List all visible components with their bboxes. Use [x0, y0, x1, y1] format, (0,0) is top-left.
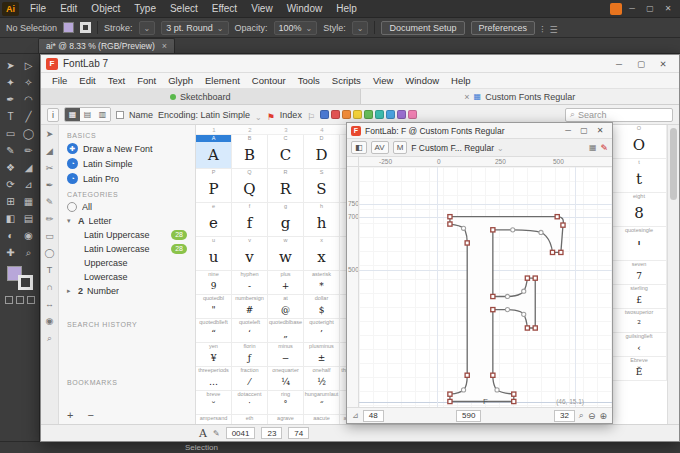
curve-handle[interactable] — [495, 388, 499, 392]
glyph-cell-f[interactable]: ff — [232, 203, 268, 237]
tab-custom-fonts-regular[interactable]: × ▦ Custom Fonts Regular — [360, 89, 680, 104]
glyph-cell-hyphen[interactable]: hyphen- — [232, 271, 268, 295]
ai-menu-help[interactable]: Help — [329, 3, 364, 14]
fontlab-titlebar[interactable]: F FontLab 7 ─ ▢ ✕ — [41, 55, 679, 73]
ellipse-tool[interactable]: ◯ — [44, 247, 54, 260]
font-layer-select[interactable]: F Custom F... Regular — [411, 143, 503, 153]
index-field[interactable]: 23 — [261, 427, 282, 439]
glyph-cell-h[interactable]: hh — [304, 203, 340, 237]
curve-handle[interactable] — [505, 294, 509, 298]
contour-node[interactable] — [465, 241, 469, 245]
lsb-field[interactable]: 48 — [363, 410, 384, 422]
gradient-tool[interactable]: ◐ — [2, 227, 20, 244]
ai-menu-edit[interactable]: Edit — [53, 3, 84, 14]
fontlab-window[interactable]: F FontLab 7 ─ ▢ ✕ FileEditTextFontGlyphE… — [40, 54, 680, 442]
panel-toggle-icon[interactable]: ◧ — [351, 141, 367, 154]
ellipse-tool[interactable]: ◯ — [20, 125, 38, 142]
glyph-cell-ring[interactable]: ring˚ — [268, 391, 304, 415]
zoom-out-icon[interactable] — [588, 411, 596, 421]
vertical-scrollbar[interactable] — [667, 125, 679, 424]
contour-node[interactable] — [491, 228, 495, 232]
glyph-cell-a[interactable]: AA — [196, 135, 232, 169]
tab-sketchboard[interactable]: Sketchboard — [41, 89, 360, 104]
glyph-cell-e[interactable]: ee — [196, 203, 232, 237]
minimize-icon[interactable]: ─ — [608, 59, 630, 69]
glyph-cell-w[interactable]: ww — [268, 237, 304, 271]
flag-red-icon[interactable] — [267, 106, 275, 124]
stroke-well[interactable] — [18, 275, 33, 290]
draw-inside-icon[interactable] — [27, 296, 35, 304]
contour-node[interactable] — [448, 215, 452, 219]
flag-color-5[interactable] — [375, 110, 384, 119]
fl-menu-window[interactable]: Window — [399, 75, 445, 86]
glyph-cell-q[interactable]: QQ — [232, 169, 268, 203]
glyph-cell-v[interactable]: vv — [232, 237, 268, 271]
glyph-editor-window[interactable]: F FontLab: F @ Custom Fonts Regular ─ ▢ … — [346, 122, 613, 424]
metrics-mode-button[interactable]: M — [393, 141, 408, 154]
fl-menu-glyph[interactable]: Glyph — [162, 75, 199, 86]
contour-node[interactable] — [533, 326, 537, 330]
direct-selection-tool[interactable]: ▷ — [20, 57, 38, 74]
glyph-cell-threeperiods[interactable]: threeperiods… — [196, 367, 232, 391]
zoom-in-icon[interactable] — [599, 411, 607, 421]
glyph-cell-p[interactable]: PP — [196, 169, 232, 203]
contour-node[interactable] — [559, 250, 563, 254]
rsb-field[interactable]: 32 — [554, 410, 575, 422]
flag-color-4[interactable] — [364, 110, 373, 119]
glyph-cell-quotedblbase[interactable]: quotedblbase„ — [268, 319, 304, 343]
glyph-cell-d[interactable]: DD — [304, 135, 340, 169]
fl-menu-tools[interactable]: Tools — [292, 75, 326, 86]
ai-menu-window[interactable]: Window — [280, 3, 330, 14]
curve-handle[interactable] — [505, 308, 509, 312]
advance-width-field[interactable]: 590 — [456, 410, 481, 422]
flag-color-2[interactable] — [342, 110, 351, 119]
width-field[interactable]: 74 — [288, 427, 309, 439]
close-icon[interactable]: ✕ — [592, 126, 608, 135]
shaper-tool[interactable]: ❖ — [2, 159, 20, 176]
glyph-cell-plusminus[interactable]: plusminus± — [304, 343, 340, 367]
fl-menu-view[interactable]: View — [367, 75, 399, 86]
type-tool[interactable]: T — [2, 108, 20, 125]
flag-color-6[interactable] — [386, 110, 395, 119]
flag-color-3[interactable] — [353, 110, 362, 119]
pen-tool[interactable]: ✒ — [46, 179, 54, 192]
info-button[interactable]: i — [47, 108, 59, 122]
preview-tool[interactable]: ◉ — [46, 315, 54, 328]
magic-wand-tool[interactable]: ✦ — [2, 74, 20, 91]
fl-menu-edit[interactable]: Edit — [73, 75, 101, 86]
hand-tool[interactable]: ✚ — [2, 244, 20, 261]
fl-menu-scripts[interactable]: Scripts — [326, 75, 367, 86]
encoding-select[interactable]: Encoding: Latin Simple — [158, 110, 250, 120]
chevron-right-icon[interactable]: ▸ — [67, 287, 74, 295]
pencil-tool[interactable]: ✎ — [46, 196, 54, 209]
preferences-button[interactable]: Preferences — [471, 21, 536, 35]
curve-handle[interactable] — [539, 230, 543, 234]
glyph-cell-agrave[interactable]: agraveà — [268, 415, 304, 424]
maximize-icon[interactable]: ▢ — [630, 59, 652, 69]
sidebar-group-letter[interactable]: ▾ A Letter — [59, 214, 195, 228]
free-transform-tool[interactable]: ▦ — [20, 193, 38, 210]
contour-node[interactable] — [533, 276, 537, 280]
brush-preset-select[interactable]: 3 pt. Round — [161, 21, 228, 35]
contour-node[interactable] — [448, 392, 452, 396]
ai-menu-object[interactable]: Object — [84, 3, 127, 14]
glyph-canvas[interactable]: (46, 15.1) F — [359, 167, 612, 407]
contour-node[interactable] — [550, 250, 554, 254]
add-button[interactable]: + — [67, 409, 73, 421]
contour-node[interactable] — [525, 276, 529, 280]
detail-view-icon[interactable]: ▥ — [95, 108, 110, 121]
edit-tool[interactable]: ➤ — [46, 128, 54, 141]
glyph-cell-quotesingle[interactable]: quotesingle' — [612, 227, 667, 261]
sidebar-item-draw-a-new-font[interactable]: ✚Draw a New Font — [59, 141, 195, 156]
index-label[interactable]: Index — [280, 110, 302, 120]
app-icon[interactable] — [610, 3, 622, 15]
fl-menu-file[interactable]: File — [46, 75, 73, 86]
close-icon[interactable]: × — [162, 41, 167, 51]
flag-color-1[interactable] — [331, 110, 340, 119]
glyph-cell-o[interactable]: OO — [612, 125, 667, 159]
glyph-cell-eth[interactable]: ethð — [232, 415, 268, 424]
glyph-cell-hungarumlaut[interactable]: hungarumlaut˝ — [304, 391, 340, 415]
contour-node[interactable] — [561, 223, 565, 227]
glyph-cell-guilsinglleft[interactable]: guilsinglleft‹ — [612, 333, 667, 357]
sidebar-group-number[interactable]: ▸ 2 Number — [59, 284, 195, 298]
